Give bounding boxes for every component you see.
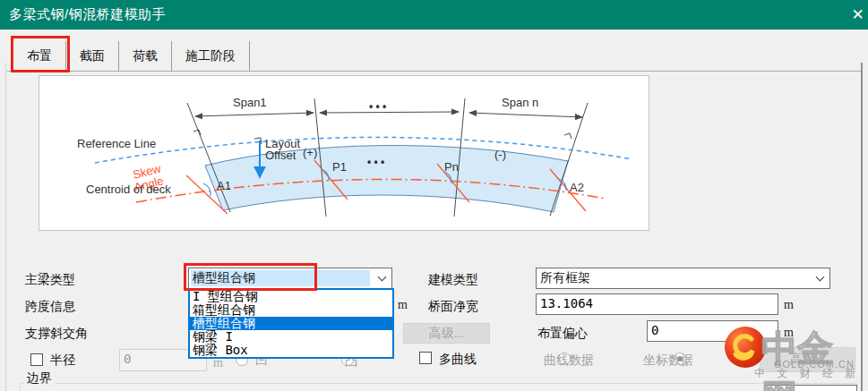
tab-load[interactable]: 荷载: [119, 41, 172, 71]
span-info-unit: m: [398, 298, 408, 312]
centroid-label: Centroid of deck: [86, 183, 171, 196]
modeling-type-label: 建模类型: [428, 272, 478, 288]
multicurve-label: 多曲线: [439, 352, 477, 368]
dim-line-span-n: [469, 113, 582, 117]
modeling-type-combobox[interactable]: 所有框架: [536, 268, 830, 289]
girder-type-dropdown-list: I 型组合钢 箱型组合钢 槽型组合钢 钢梁 I 钢梁 Box: [188, 288, 394, 359]
tab-panel-border: [7, 71, 862, 72]
skew-advanced-button[interactable]: 高级...: [403, 323, 490, 344]
span1-label: Span1: [233, 96, 267, 109]
boundary-groupbox: [20, 383, 857, 391]
support-skew-label: 支撑斜交角: [25, 326, 88, 342]
diagram-svg: Span1 Span n • • • • • • Reference Line …: [39, 76, 649, 230]
girder-type-label: 主梁类型: [25, 272, 75, 288]
bridge-wizard-dialog: 多梁式钢/钢混桥建模助手 ✕ 布置 截面 荷载 施工阶段: [0, 0, 868, 391]
boundary-input-partial[interactable]: [764, 385, 857, 391]
deck-ellipsis: • • •: [367, 156, 384, 168]
dropdown-item-i-composite[interactable]: I 型组合钢: [190, 290, 392, 303]
right-angle-mark-right: [564, 133, 572, 139]
chevron-down-icon[interactable]: [810, 268, 829, 288]
title-bar: 多梁式钢/钢混桥建模助手 ✕: [0, 0, 868, 30]
curve-data-label: 曲线数据: [544, 353, 594, 369]
dropdown-item-tub-composite[interactable]: 槽型组合钢: [190, 317, 392, 330]
deck-width-input[interactable]: 13.1064: [536, 293, 778, 315]
dim-line-mid: [320, 112, 459, 113]
layout-offset-line2: Offset: [265, 149, 296, 162]
a2-label: A2: [570, 181, 584, 194]
reference-line-label: Reference Line: [77, 137, 156, 150]
modeling-type-value: 所有框架: [538, 270, 808, 286]
p1-label: P1: [332, 160, 347, 174]
dialog-title: 多梁式钢/钢混桥建模助手: [9, 6, 166, 23]
dim-ellipsis: • • •: [369, 100, 386, 113]
span-info-label: 跨度信息: [25, 299, 75, 315]
boundary-label: 边界: [23, 370, 56, 387]
annotation-rect-layout-tab: [11, 36, 70, 72]
curve-advanced-button[interactable]: 高级...: [760, 347, 855, 372]
deck-width-label: 桥面净宽: [428, 299, 478, 315]
close-icon[interactable]: ✕: [847, 4, 868, 26]
window-border-right: [861, 63, 863, 391]
a1-label: A1: [217, 179, 231, 192]
multicurve-checkbox[interactable]: [419, 352, 432, 364]
dim-line-span1: [195, 113, 314, 116]
plus-sign-label: (+): [303, 146, 317, 159]
radius-label: 半径: [50, 353, 75, 369]
minus-sign-label: (-): [494, 148, 506, 161]
dropdown-item-box-composite[interactable]: 箱型组合钢: [190, 303, 392, 317]
bridge-plan-diagram: Span1 Span n • • • • • • Reference Line …: [39, 75, 649, 231]
tab-construction-stage[interactable]: 施工阶段: [172, 41, 250, 71]
deck-width-unit: m: [784, 298, 794, 312]
layout-eccentricity-input[interactable]: 0: [647, 320, 778, 342]
dropdown-item-steel-box[interactable]: 钢梁 Box: [190, 344, 392, 357]
tab-section[interactable]: 截面: [66, 41, 119, 71]
layout-eccentricity-label: 布置偏心: [537, 326, 588, 342]
coord-data-label: 坐标数据: [643, 353, 693, 369]
radius-checkbox[interactable]: [30, 353, 43, 366]
annotation-rect-girder-combo: [184, 263, 317, 291]
layout-eccentricity-unit: m: [784, 326, 794, 340]
window-border-left: [5, 63, 6, 391]
dropdown-item-steel-i[interactable]: 钢梁 I: [190, 330, 392, 344]
pn-label: Pn: [444, 160, 459, 174]
chevron-down-icon[interactable]: [372, 268, 391, 288]
span-n-label: Span n: [502, 96, 538, 109]
